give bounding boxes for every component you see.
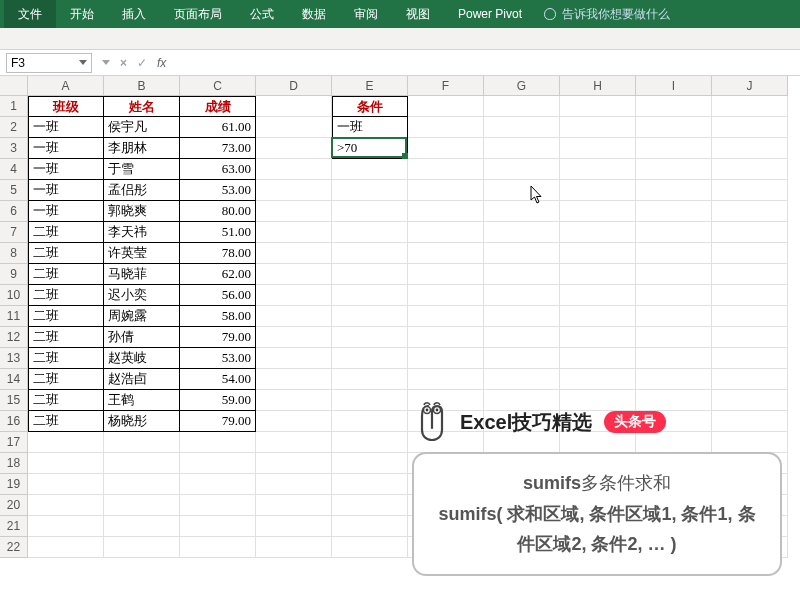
- cell-H12[interactable]: [560, 327, 636, 348]
- cell-E16[interactable]: [332, 411, 408, 432]
- cell-H1[interactable]: [560, 96, 636, 117]
- cell-I13[interactable]: [636, 348, 712, 369]
- ribbon-tab-数据[interactable]: 数据: [288, 0, 340, 28]
- cell-B7[interactable]: 李天祎: [104, 222, 180, 243]
- col-header-C[interactable]: C: [180, 76, 256, 96]
- row-header-17[interactable]: 17: [0, 432, 28, 453]
- cell-D3[interactable]: [256, 138, 332, 159]
- cell-F3[interactable]: [408, 138, 484, 159]
- cell-D10[interactable]: [256, 285, 332, 306]
- row-header-22[interactable]: 22: [0, 537, 28, 558]
- cell-A19[interactable]: [28, 474, 104, 495]
- cell-D11[interactable]: [256, 306, 332, 327]
- ribbon-tab-页面布局[interactable]: 页面布局: [160, 0, 236, 28]
- cell-G1[interactable]: [484, 96, 560, 117]
- cell-B18[interactable]: [104, 453, 180, 474]
- cell-I12[interactable]: [636, 327, 712, 348]
- cell-F10[interactable]: [408, 285, 484, 306]
- cell-G3[interactable]: [484, 138, 560, 159]
- cell-D12[interactable]: [256, 327, 332, 348]
- cell-I1[interactable]: [636, 96, 712, 117]
- cell-A20[interactable]: [28, 495, 104, 516]
- cell-E3[interactable]: >70: [332, 138, 408, 159]
- cell-E2[interactable]: 一班: [332, 117, 408, 138]
- cell-F4[interactable]: [408, 159, 484, 180]
- cell-J11[interactable]: [712, 306, 788, 327]
- ribbon-tab-开始[interactable]: 开始: [56, 0, 108, 28]
- cell-E11[interactable]: [332, 306, 408, 327]
- cell-C7[interactable]: 51.00: [180, 222, 256, 243]
- row-headers[interactable]: 12345678910111213141516171819202122: [0, 96, 28, 558]
- cell-E5[interactable]: [332, 180, 408, 201]
- cell-I8[interactable]: [636, 243, 712, 264]
- cell-C20[interactable]: [180, 495, 256, 516]
- cell-E17[interactable]: [332, 432, 408, 453]
- cell-F5[interactable]: [408, 180, 484, 201]
- cell-B5[interactable]: 孟侣彤: [104, 180, 180, 201]
- cell-E21[interactable]: [332, 516, 408, 537]
- cell-C11[interactable]: 58.00: [180, 306, 256, 327]
- name-box[interactable]: F3: [6, 53, 92, 73]
- cell-D20[interactable]: [256, 495, 332, 516]
- cell-E13[interactable]: [332, 348, 408, 369]
- row-header-6[interactable]: 6: [0, 201, 28, 222]
- cell-C22[interactable]: [180, 537, 256, 558]
- cell-A4[interactable]: 一班: [28, 159, 104, 180]
- cell-A10[interactable]: 二班: [28, 285, 104, 306]
- cell-I10[interactable]: [636, 285, 712, 306]
- row-header-21[interactable]: 21: [0, 516, 28, 537]
- cell-B17[interactable]: [104, 432, 180, 453]
- cell-C2[interactable]: 61.00: [180, 117, 256, 138]
- cell-A8[interactable]: 二班: [28, 243, 104, 264]
- cell-E10[interactable]: [332, 285, 408, 306]
- cell-D13[interactable]: [256, 348, 332, 369]
- cell-F8[interactable]: [408, 243, 484, 264]
- cell-G12[interactable]: [484, 327, 560, 348]
- cell-B6[interactable]: 郭晓爽: [104, 201, 180, 222]
- check-icon[interactable]: ✓: [137, 56, 147, 70]
- cell-C17[interactable]: [180, 432, 256, 453]
- cell-D2[interactable]: [256, 117, 332, 138]
- cell-B11[interactable]: 周婉露: [104, 306, 180, 327]
- row-header-10[interactable]: 10: [0, 285, 28, 306]
- cell-G8[interactable]: [484, 243, 560, 264]
- cell-B19[interactable]: [104, 474, 180, 495]
- cell-J13[interactable]: [712, 348, 788, 369]
- cell-A13[interactable]: 二班: [28, 348, 104, 369]
- cell-E12[interactable]: [332, 327, 408, 348]
- ribbon-tab-视图[interactable]: 视图: [392, 0, 444, 28]
- cell-G9[interactable]: [484, 264, 560, 285]
- cell-A9[interactable]: 二班: [28, 264, 104, 285]
- ribbon-tab-Power Pivot[interactable]: Power Pivot: [444, 0, 536, 28]
- cell-J7[interactable]: [712, 222, 788, 243]
- col-header-D[interactable]: D: [256, 76, 332, 96]
- chevron-down-icon[interactable]: [79, 60, 87, 65]
- cell-B9[interactable]: 马晓菲: [104, 264, 180, 285]
- cell-F13[interactable]: [408, 348, 484, 369]
- cell-B22[interactable]: [104, 537, 180, 558]
- select-all-corner[interactable]: [0, 76, 28, 96]
- cell-D5[interactable]: [256, 180, 332, 201]
- row-header-1[interactable]: 1: [0, 96, 28, 117]
- cell-C1[interactable]: 成绩: [180, 96, 256, 117]
- cell-H7[interactable]: [560, 222, 636, 243]
- cell-A11[interactable]: 二班: [28, 306, 104, 327]
- cell-E6[interactable]: [332, 201, 408, 222]
- column-headers[interactable]: ABCDEFGHIJ: [28, 76, 788, 96]
- cell-B20[interactable]: [104, 495, 180, 516]
- cell-D7[interactable]: [256, 222, 332, 243]
- cell-A14[interactable]: 二班: [28, 369, 104, 390]
- cell-C9[interactable]: 62.00: [180, 264, 256, 285]
- cell-H13[interactable]: [560, 348, 636, 369]
- col-header-E[interactable]: E: [332, 76, 408, 96]
- cell-J2[interactable]: [712, 117, 788, 138]
- cell-I6[interactable]: [636, 201, 712, 222]
- row-header-12[interactable]: 12: [0, 327, 28, 348]
- cell-E22[interactable]: [332, 537, 408, 558]
- row-header-11[interactable]: 11: [0, 306, 28, 327]
- cell-G13[interactable]: [484, 348, 560, 369]
- cell-I5[interactable]: [636, 180, 712, 201]
- cell-J6[interactable]: [712, 201, 788, 222]
- cell-H9[interactable]: [560, 264, 636, 285]
- cell-C6[interactable]: 80.00: [180, 201, 256, 222]
